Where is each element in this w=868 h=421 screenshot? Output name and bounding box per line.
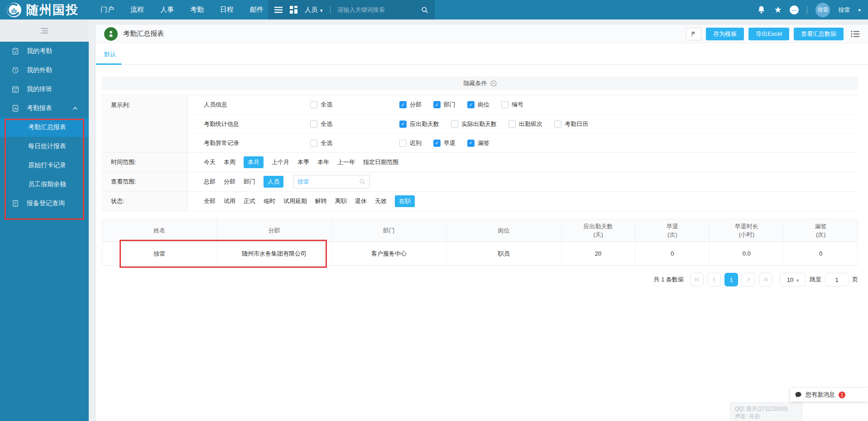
time-option-custom-range[interactable]: 指定日期范围 bbox=[363, 158, 398, 166]
status-option-resigned[interactable]: 离职 bbox=[335, 197, 347, 205]
checkbox-icon[interactable] bbox=[467, 140, 475, 147]
time-option-this-month[interactable]: 本月 bbox=[244, 156, 264, 168]
sidebar-subitem-summary-report[interactable]: 考勤汇总报表 bbox=[0, 118, 89, 137]
checkbox-icon[interactable] bbox=[399, 140, 407, 147]
apps-grid-icon[interactable] bbox=[290, 6, 297, 14]
brand[interactable]: 随州国投 bbox=[0, 2, 89, 18]
status-option-retired[interactable]: 退休 bbox=[355, 197, 367, 205]
global-search-input[interactable] bbox=[338, 6, 414, 13]
time-option-last-year[interactable]: 上一年 bbox=[337, 158, 355, 166]
page-size-select[interactable]: 10 bbox=[780, 273, 806, 286]
menu-hr[interactable]: 人事 bbox=[160, 5, 174, 14]
hamburger-icon[interactable] bbox=[274, 7, 283, 13]
current-page-button[interactable]: 1 bbox=[724, 273, 738, 286]
checkbox-icon[interactable] bbox=[554, 121, 561, 128]
menu-workflow[interactable]: 流程 bbox=[130, 5, 144, 14]
table-row[interactable]: 徐雷 随州市水务集团有限公司 客户服务中心 职员 20 0 0.0 0 bbox=[102, 242, 858, 266]
checkbox-icon[interactable] bbox=[467, 101, 475, 108]
first-page-button[interactable] bbox=[690, 273, 704, 286]
checkbox-department[interactable]: 部门 bbox=[433, 101, 456, 109]
scope-option-branch[interactable]: 分部 bbox=[224, 178, 235, 186]
checkbox-missed-sign[interactable]: 漏签 bbox=[467, 139, 489, 147]
sidebar-subitem-leave-balance[interactable]: 员工假期余额 bbox=[0, 175, 89, 194]
status-option-dismissed[interactable]: 解聘 bbox=[315, 197, 327, 205]
checkbox-icon[interactable] bbox=[501, 101, 508, 108]
menu-portal[interactable]: 门户 bbox=[101, 5, 114, 14]
status-option-probation[interactable]: 试用 bbox=[224, 197, 235, 205]
checkbox-icon[interactable] bbox=[310, 140, 317, 147]
sidebar-item-attendance-reports[interactable]: 考勤报表 bbox=[0, 99, 89, 118]
next-page-button[interactable] bbox=[742, 273, 755, 286]
checkbox-branch[interactable]: 分部 bbox=[399, 101, 422, 109]
checkbox-late[interactable]: 迟到 bbox=[399, 139, 422, 147]
status-option-all[interactable]: 全部 bbox=[204, 197, 216, 205]
scope-option-department[interactable]: 部门 bbox=[244, 178, 255, 186]
sidebar-item-label: 我的排班 bbox=[27, 85, 52, 93]
menu-attendance[interactable]: 考勤 bbox=[190, 5, 204, 14]
star-icon[interactable]: ★ bbox=[774, 5, 782, 14]
menu-mail[interactable]: 邮件 bbox=[250, 5, 264, 14]
time-option-last-month[interactable]: 上个月 bbox=[272, 158, 289, 166]
status-option-formal[interactable]: 正式 bbox=[244, 197, 255, 205]
person-dropdown[interactable]: 人员 bbox=[305, 6, 323, 14]
scope-option-headquarters[interactable]: 总部 bbox=[204, 178, 216, 186]
page-icon bbox=[104, 27, 118, 41]
sidebar-subitem-daily-stats[interactable]: 每日统计报表 bbox=[0, 137, 89, 156]
scope-option-personnel[interactable]: 人员 bbox=[264, 176, 283, 188]
bell-icon[interactable] bbox=[757, 5, 766, 14]
checkbox-due-attendance-days[interactable]: 应出勤天数 bbox=[399, 120, 439, 128]
time-option-today[interactable]: 今天 bbox=[204, 158, 216, 166]
tab-default[interactable]: 默认 bbox=[104, 50, 116, 58]
select-all-checkbox[interactable]: 全选 bbox=[310, 120, 332, 128]
checkbox-icon[interactable] bbox=[399, 121, 407, 128]
checkbox-employee-number[interactable]: 编号 bbox=[501, 101, 523, 109]
checkbox-icon[interactable] bbox=[451, 121, 458, 128]
export-excel-button[interactable]: 导出Excel bbox=[748, 28, 789, 40]
scope-search-input[interactable] bbox=[297, 179, 359, 185]
time-option-this-year[interactable]: 本年 bbox=[317, 158, 329, 166]
search-icon[interactable] bbox=[359, 179, 365, 185]
last-page-button[interactable] bbox=[759, 273, 772, 286]
sidebar-item-report-registration-query[interactable]: 报备登记查询 bbox=[0, 194, 89, 213]
checkbox-actual-attendance-days[interactable]: 实际出勤天数 bbox=[451, 120, 497, 128]
checkbox-attendance-shift[interactable]: 出勤班次 bbox=[508, 120, 542, 128]
prev-page-button[interactable] bbox=[707, 273, 721, 286]
checkbox-icon[interactable] bbox=[310, 101, 317, 108]
checkbox-icon[interactable] bbox=[310, 121, 317, 128]
status-option-invalid[interactable]: 无效 bbox=[375, 197, 387, 205]
checkbox-icon[interactable] bbox=[433, 101, 441, 108]
avatar[interactable]: 徐雷 bbox=[815, 3, 830, 17]
checkbox-position[interactable]: 岗位 bbox=[467, 101, 489, 109]
time-option-this-quarter[interactable]: 本季 bbox=[297, 158, 309, 166]
checkbox-early-leave[interactable]: 早退 bbox=[433, 139, 456, 147]
select-all-checkbox[interactable]: 全选 bbox=[310, 101, 332, 109]
new-message-notification[interactable]: 您有新消息 1 bbox=[790, 388, 868, 402]
sidebar-item-my-attendance[interactable]: 我的考勤 bbox=[0, 42, 89, 61]
sidebar-item-my-shift[interactable]: 我的排班 bbox=[0, 80, 89, 99]
hide-conditions-bar[interactable]: 隐藏条件 bbox=[102, 77, 858, 90]
menu-schedule[interactable]: 日程 bbox=[220, 5, 234, 14]
list-view-icon[interactable] bbox=[851, 30, 860, 38]
checkbox-attendance-calendar[interactable]: 考勤日历 bbox=[554, 120, 588, 128]
user-chevron-down-icon[interactable] bbox=[858, 6, 861, 13]
search-icon[interactable] bbox=[421, 6, 428, 14]
flag-icon-button[interactable] bbox=[686, 28, 701, 40]
notification-badge: 1 bbox=[839, 392, 845, 398]
checkbox-icon[interactable] bbox=[508, 121, 516, 128]
checkbox-icon[interactable] bbox=[433, 140, 441, 147]
status-option-probation-extended[interactable]: 试用延期 bbox=[283, 197, 307, 205]
sidebar-subitem-raw-punch-records[interactable]: 原始打卡记录 bbox=[0, 156, 89, 175]
view-summary-button[interactable]: 查看汇总数据 bbox=[794, 28, 844, 40]
scope-search-box[interactable] bbox=[293, 175, 369, 189]
sidebar-item-my-field-work[interactable]: 我的外勤 bbox=[0, 61, 89, 80]
checkbox-icon[interactable] bbox=[399, 101, 407, 108]
sidebar-collapse-strip[interactable] bbox=[0, 19, 89, 42]
nav-search-segment: 人员 bbox=[268, 0, 435, 19]
status-option-employed[interactable]: 在职 bbox=[395, 195, 415, 207]
status-option-temporary[interactable]: 临时 bbox=[264, 197, 275, 205]
save-template-button[interactable]: 存为模板 bbox=[706, 28, 744, 40]
jump-page-input[interactable] bbox=[825, 273, 849, 286]
time-option-this-week[interactable]: 本周 bbox=[224, 158, 235, 166]
more-icon[interactable]: ... bbox=[790, 5, 799, 15]
select-all-checkbox[interactable]: 全选 bbox=[310, 139, 332, 147]
